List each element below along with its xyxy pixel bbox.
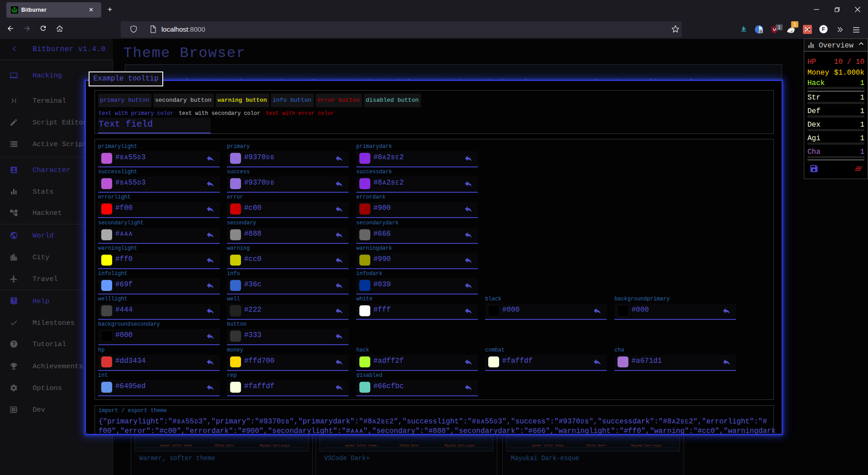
- svg-text:F: F: [822, 26, 825, 32]
